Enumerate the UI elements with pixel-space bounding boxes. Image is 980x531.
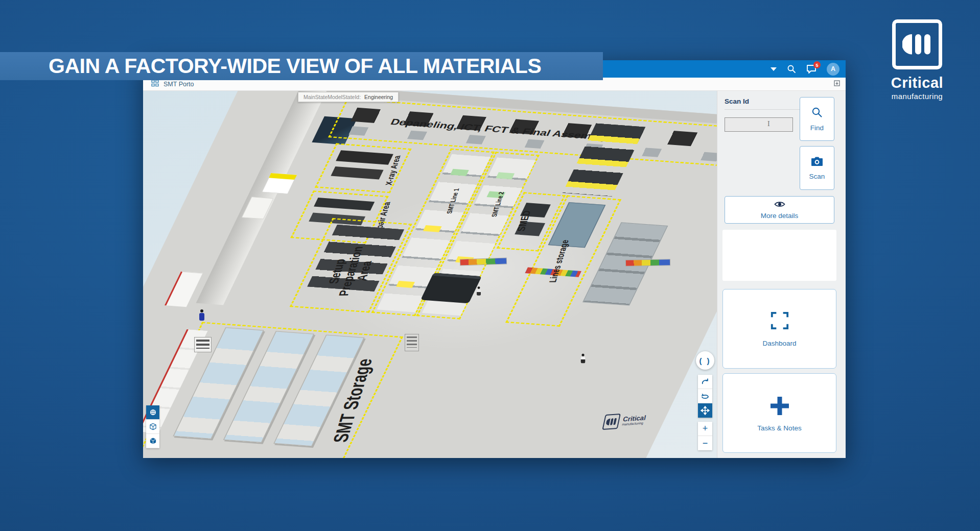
divider	[725, 109, 800, 110]
machine-screen-yellow	[396, 281, 415, 288]
dock-window-icon[interactable]	[833, 80, 841, 89]
spin-rotate-button[interactable]	[698, 389, 712, 403]
dashboard-button[interactable]: Dashboard	[722, 289, 836, 369]
brand-name: Critical	[884, 75, 950, 91]
person-body	[199, 313, 204, 321]
pan-button[interactable]	[698, 403, 712, 418]
machine-block	[336, 150, 393, 164]
window-content: Depaneling, ICT, FCT & Final Assembly Ar…	[143, 91, 846, 458]
plus-icon	[768, 394, 791, 419]
state-tooltip: MainStateModelStateId: Engineering	[298, 92, 399, 102]
banner-title: GAIN A FACTORY-WIDE VIEW OF ALL MATERIAL…	[49, 54, 541, 78]
watermark-text: Critical manufacturing	[622, 414, 647, 426]
globe-view-button[interactable]	[146, 405, 159, 420]
marketing-banner: GAIN A FACTORY-WIDE VIEW OF ALL MATERIAL…	[0, 52, 603, 80]
scan-id-label: Scan Id	[725, 98, 749, 105]
expand-icon	[770, 311, 789, 332]
factory-floor: Depaneling, ICT, FCT & Final Assembly Ar…	[143, 91, 717, 458]
tilt-rotate-button[interactable]	[698, 375, 712, 389]
cube-outline-view-button[interactable]	[146, 420, 159, 434]
page-background: 5 A SMT Porto	[0, 0, 980, 531]
cart-slots	[196, 340, 209, 349]
rotate-pan-controls	[698, 375, 712, 418]
factory-3d-view[interactable]: Depaneling, ICT, FCT & Final Assembly Ar…	[143, 91, 717, 458]
andon-segments	[626, 259, 670, 266]
zone-xray: X-ray Area	[315, 143, 412, 193]
tasks-notes-button[interactable]: Tasks & Notes	[722, 373, 836, 453]
more-details-button[interactable]: More details	[725, 196, 834, 224]
critical-logo-icon	[602, 414, 621, 430]
empty-card	[722, 230, 836, 281]
tooltip-value: Engineering	[364, 94, 393, 100]
scan-label: Scan	[809, 173, 825, 180]
orbit-control[interactable]: ( )	[696, 351, 714, 370]
grid-icon	[151, 80, 159, 88]
person-head	[478, 286, 480, 289]
chevron-down-icon[interactable]	[771, 67, 777, 71]
dashboard-label: Dashboard	[762, 340, 796, 347]
avatar[interactable]: A	[827, 63, 839, 76]
brand-tagline: manufacturing	[884, 92, 950, 101]
operator-figure	[199, 309, 204, 321]
search-icon[interactable]	[787, 64, 796, 74]
equipment-cart	[405, 334, 419, 351]
scan-side-panel: Scan Id I Find Scan	[717, 91, 846, 458]
cube-solid-view-button[interactable]	[146, 434, 159, 448]
zoom-controls: + −	[698, 422, 712, 450]
machine-block	[331, 166, 383, 179]
person-head	[200, 309, 203, 312]
label-printer-cart	[194, 337, 212, 352]
eye-icon	[774, 201, 785, 209]
machine-screen-green	[450, 169, 469, 176]
find-label: Find	[810, 124, 824, 132]
app-window: 5 A SMT Porto	[143, 60, 846, 458]
chat-icon[interactable]: 5	[806, 64, 816, 74]
cart-slots	[407, 336, 417, 348]
tooltip-field: MainStateModelStateId:	[304, 94, 361, 100]
notification-badge: 5	[813, 61, 821, 68]
operator-figure	[581, 354, 586, 364]
text-cursor: I	[767, 120, 770, 128]
operator-figure	[477, 286, 481, 296]
machine-screen-yellow	[423, 225, 442, 232]
more-details-label: More details	[761, 212, 799, 220]
person-body	[581, 357, 586, 364]
scan-id-input[interactable]	[725, 117, 793, 132]
tab-smt-porto[interactable]: SMT Porto	[148, 80, 194, 88]
person-head	[581, 354, 584, 356]
machine-screen-green	[496, 172, 515, 179]
tab-label: SMT Porto	[164, 81, 194, 88]
person-body	[477, 289, 481, 296]
tasks-notes-label: Tasks & Notes	[757, 424, 801, 432]
critical-logo-icon	[892, 19, 942, 69]
zoom-in-button[interactable]: +	[698, 422, 712, 436]
brand-logo: Critical manufacturing	[884, 19, 950, 101]
find-button[interactable]: Find	[800, 97, 834, 141]
scan-button[interactable]: Scan	[800, 146, 834, 190]
andon-board	[625, 259, 670, 267]
andon-segments	[460, 258, 506, 265]
magnifier-icon	[811, 106, 823, 120]
view-mode-controls	[146, 405, 159, 448]
bench-block	[314, 198, 375, 211]
camera-icon	[811, 156, 823, 168]
floor-watermark: Critical manufacturing	[601, 405, 667, 435]
zoom-out-button[interactable]: −	[698, 436, 712, 450]
